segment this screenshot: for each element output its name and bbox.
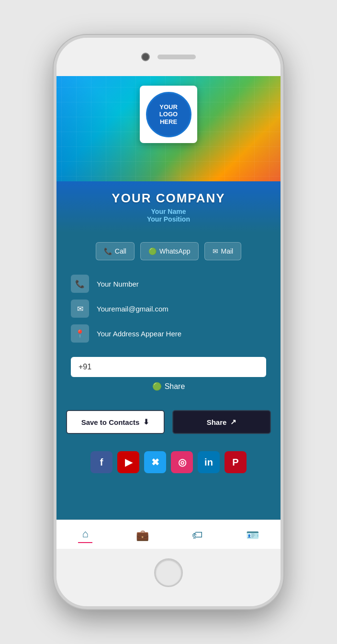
phone-icon-box: 📞 <box>71 275 89 293</box>
mail-label: Mail <box>221 247 234 255</box>
instagram-icon: ◎ <box>178 456 186 468</box>
contact-info: 📞 Your Number ✉ Youremail@gmail.com <box>56 270 281 347</box>
email-address: Youremail@gmail.com <box>97 305 168 313</box>
person-name: Your Name <box>66 208 271 215</box>
call-button[interactable]: 📞 Call <box>96 242 135 260</box>
whatsapp-button[interactable]: 🟢 WhatsApp <box>140 242 199 260</box>
phone-screen: YOUR LOGO HERE YOUR COMPANY Your Name Yo… <box>56 76 281 549</box>
briefcase-icon: 💼 <box>136 529 149 542</box>
phone-bottom-bar <box>56 549 281 606</box>
save-to-contacts-button[interactable]: Save to Contacts ⬇ <box>66 410 165 434</box>
email-icon: ✉ <box>77 304 83 313</box>
youtube-button[interactable]: ▶ <box>117 451 139 473</box>
linkedin-icon: in <box>204 457 213 468</box>
company-name: YOUR COMPANY <box>66 191 271 206</box>
logo-circle: YOUR LOGO HERE <box>146 92 191 137</box>
logo-container: YOUR LOGO HERE <box>140 86 197 143</box>
address-text: Your Address Appear Here <box>97 330 181 338</box>
app-content: YOUR LOGO HERE YOUR COMPANY Your Name Yo… <box>56 76 281 549</box>
nav-briefcase[interactable]: 💼 <box>132 527 153 544</box>
bottom-nav: ⌂ 💼 🏷 🪪 <box>56 520 281 549</box>
logo-line1: YOUR <box>159 103 178 111</box>
instagram-button[interactable]: ◎ <box>171 451 193 473</box>
twitter-button[interactable]: ✖ <box>144 451 166 473</box>
bottom-actions: Save to Contacts ⬇ Share ↗ <box>56 400 281 444</box>
social-section: f ▶ ✖ ◎ in <box>56 444 281 483</box>
action-buttons-row: 📞 Call 🟢 WhatsApp ✉ Mail <box>56 233 281 270</box>
whatsapp-share-button[interactable]: 🟢 Share <box>152 382 185 391</box>
phone-camera <box>141 53 150 61</box>
pinterest-icon: P <box>232 457 238 468</box>
facebook-icon: f <box>100 457 103 468</box>
location-icon: 📍 <box>75 329 85 338</box>
hero-section: YOUR LOGO HERE <box>56 76 281 181</box>
call-icon: 📞 <box>104 247 112 255</box>
card-icon: 🪪 <box>246 529 259 542</box>
nav-tag[interactable]: 🏷 <box>188 527 206 544</box>
phone-number: Your Number <box>97 280 139 288</box>
person-position: Your Position <box>66 215 271 223</box>
save-label: Save to Contacts <box>81 418 140 426</box>
download-icon: ⬇ <box>143 418 149 426</box>
nav-card[interactable]: 🪪 <box>242 527 263 544</box>
linkedin-button[interactable]: in <box>198 451 220 473</box>
whatsapp-icon: 🟢 <box>148 247 157 255</box>
whatsapp-label: WhatsApp <box>159 247 191 255</box>
tag-icon: 🏷 <box>192 529 202 542</box>
phone-input[interactable] <box>71 357 266 377</box>
home-icon: ⌂ <box>82 528 89 540</box>
mail-icon: ✉ <box>213 247 218 255</box>
facebook-button[interactable]: f <box>90 451 112 473</box>
mail-button[interactable]: ✉ Mail <box>204 242 242 260</box>
company-header: YOUR COMPANY Your Name Your Position <box>56 181 281 233</box>
email-row: ✉ Youremail@gmail.com <box>71 300 266 318</box>
twitter-icon: ✖ <box>151 456 159 468</box>
pinterest-button[interactable]: P <box>225 451 247 473</box>
share-text: Share <box>207 418 227 426</box>
youtube-icon: ▶ <box>125 456 132 468</box>
phone-row: 📞 Your Number <box>71 275 266 293</box>
logo-line3: HERE <box>160 118 177 126</box>
phone-speaker <box>157 55 196 59</box>
phone-top-bar <box>56 38 281 76</box>
address-icon-box: 📍 <box>71 324 89 343</box>
logo-line2: LOGO <box>159 111 178 118</box>
share-label: Share <box>165 382 185 391</box>
main-section: YOUR COMPANY Your Name Your Position 📞 C… <box>56 181 281 520</box>
email-icon-box: ✉ <box>71 300 89 318</box>
nav-underline <box>78 542 92 543</box>
address-row: 📍 Your Address Appear Here <box>71 324 266 343</box>
share-button[interactable]: Share ↗ <box>172 410 271 434</box>
whatsapp-share-icon: 🟢 <box>152 382 162 391</box>
phone-icon: 📞 <box>75 279 85 289</box>
call-label: Call <box>115 247 126 255</box>
share-icon: ↗ <box>230 418 236 426</box>
nav-home[interactable]: ⌂ <box>74 526 96 545</box>
phone-frame: YOUR LOGO HERE YOUR COMPANY Your Name Yo… <box>54 35 283 609</box>
home-button[interactable] <box>154 558 183 587</box>
phone-wrapper: YOUR LOGO HERE YOUR COMPANY Your Name Yo… <box>0 0 337 644</box>
share-section: 🟢 Share <box>56 347 281 400</box>
